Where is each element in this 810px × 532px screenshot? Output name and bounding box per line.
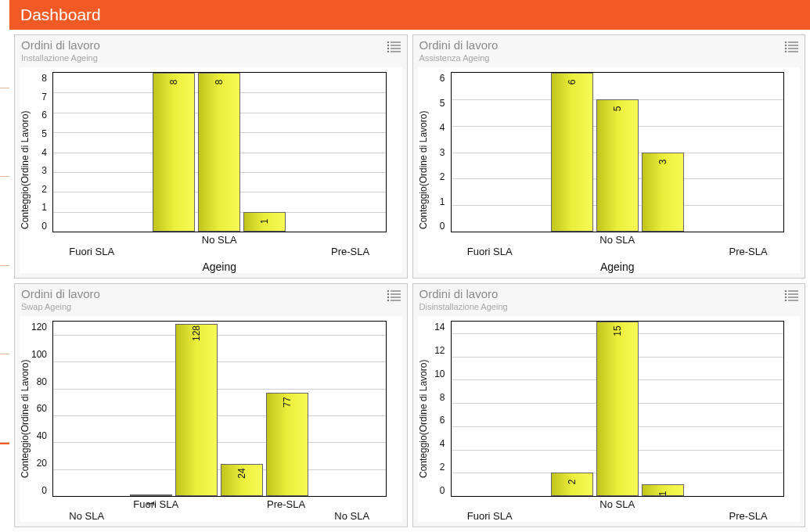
x-axis: Fuori SLAPre-SLANo SLANo SLA xyxy=(52,497,387,522)
x-tick: Pre-SLA xyxy=(331,246,369,257)
y-tick: 1 xyxy=(41,202,47,213)
bar[interactable]: 77 xyxy=(266,393,308,496)
bar[interactable]: 1 xyxy=(130,494,172,496)
header: Dashboard xyxy=(9,0,810,30)
y-tick: 7 xyxy=(41,92,47,102)
bar[interactable]: 1 xyxy=(243,212,286,232)
bar[interactable]: 3 xyxy=(642,153,684,232)
x-tick: Fuori SLA xyxy=(467,246,513,257)
bar-value: 1 xyxy=(657,491,668,497)
x-row: Fuori SLAPre-SLA xyxy=(467,246,768,257)
bar-value: 1 xyxy=(146,501,157,506)
y-tick: 10 xyxy=(434,368,445,379)
y-tick: 0 xyxy=(41,221,47,232)
svg-point-18 xyxy=(387,293,388,295)
svg-point-10 xyxy=(785,45,787,46)
svg-point-6 xyxy=(387,51,388,52)
bar[interactable]: 128 xyxy=(175,324,218,496)
bar[interactable]: 24 xyxy=(221,464,263,496)
card-title: Ordini di lavoro xyxy=(419,287,785,300)
x-tick: Pre-SLA xyxy=(267,498,305,510)
x-tick: No SLA xyxy=(500,234,734,246)
y-tick: 80 xyxy=(31,376,47,387)
chart-wrap: Conteggio(Ordine di Lavoro)876543210881N… xyxy=(20,67,402,273)
plot-area: 141210864202151 xyxy=(451,321,785,497)
y-ticks: 120100806040200 xyxy=(31,322,47,496)
y-tick: 6 xyxy=(41,110,47,120)
x-tick: No SLA xyxy=(103,234,337,246)
x-tick: No SLA xyxy=(334,510,369,522)
x-tick: No SLA xyxy=(69,510,104,522)
y-tick: 120 xyxy=(31,322,47,332)
svg-point-14 xyxy=(785,51,787,52)
bar[interactable]: 8 xyxy=(153,73,195,232)
x-axis-label: Ageing xyxy=(202,261,236,273)
bar[interactable]: 6 xyxy=(551,73,593,232)
plot-area: 6543210653 xyxy=(451,72,785,232)
svg-point-22 xyxy=(387,300,388,301)
y-tick: 14 xyxy=(434,322,445,332)
y-tick: 1 xyxy=(440,196,445,207)
bar-value: 8 xyxy=(214,80,225,85)
x-row: Fuori SLAPre-SLA xyxy=(69,246,369,257)
x-row: No SLA xyxy=(500,234,734,246)
bar[interactable]: 2 xyxy=(551,473,593,496)
bar[interactable]: 1 xyxy=(642,484,684,496)
y-axis-label: Conteggio(Ordine di Lavoro) xyxy=(418,316,429,522)
card-title: Ordini di lavoro xyxy=(419,38,785,52)
y-tick: 0 xyxy=(440,221,445,232)
y-tick: 0 xyxy=(434,485,445,496)
y-tick: 4 xyxy=(440,122,445,133)
bar-value: 77 xyxy=(282,397,293,407)
chart-wrap: Conteggio(Ordine di Lavoro)6543210653No … xyxy=(418,67,801,273)
bar-value: 1 xyxy=(259,218,270,224)
x-tick: Fuori SLA xyxy=(467,510,513,522)
bars: 881 xyxy=(103,73,336,232)
bar[interactable]: 5 xyxy=(596,99,639,232)
svg-point-12 xyxy=(785,48,787,49)
chart-grid: Ordini di lavoroInstallazione AgeingCont… xyxy=(9,30,810,532)
card-subtitle: Disinstallazione Ageing xyxy=(419,302,785,311)
card-header: Ordini di lavoroSwap Ageing xyxy=(15,284,407,311)
chart-card: Ordini di lavoroAssistenza AgeingContegg… xyxy=(412,34,806,279)
y-axis-label: Conteggio(Ordine di Lavoro) xyxy=(418,67,429,273)
card-subtitle: Installazione Ageing xyxy=(21,53,387,63)
svg-point-2 xyxy=(387,45,388,46)
x-row: Fuori SLAPre-SLA xyxy=(467,510,768,522)
svg-point-24 xyxy=(785,290,787,292)
chart-wrap: Conteggio(Ordine di Lavoro)1412108642021… xyxy=(418,316,801,522)
bar-value: 128 xyxy=(191,325,202,341)
bars: 11282477 xyxy=(103,322,336,496)
bars: 2151 xyxy=(501,322,733,496)
chart-card: Ordini di lavoroDisinstallazione AgeingC… xyxy=(412,283,806,527)
card-header: Ordini di lavoroDisinstallazione Ageing xyxy=(413,284,805,311)
y-tick: 2 xyxy=(440,171,445,182)
plot-area: 12010080604020011282477 xyxy=(52,321,387,497)
y-tick: 2 xyxy=(41,184,47,195)
y-tick: 60 xyxy=(31,403,47,414)
list-icon[interactable] xyxy=(784,41,798,52)
bar[interactable]: 15 xyxy=(596,322,639,496)
y-tick: 4 xyxy=(434,438,445,449)
chart-card: Ordini di lavoroInstallazione AgeingCont… xyxy=(14,34,408,279)
bar-value: 15 xyxy=(612,325,623,336)
y-axis-label: Conteggio(Ordine di Lavoro) xyxy=(20,316,31,522)
list-icon[interactable] xyxy=(387,41,401,52)
y-ticks: 14121086420 xyxy=(434,322,445,496)
y-tick: 3 xyxy=(41,165,47,176)
list-icon[interactable] xyxy=(387,290,401,301)
y-tick: 5 xyxy=(41,128,47,139)
y-ticks: 876543210 xyxy=(41,73,47,232)
list-icon[interactable] xyxy=(784,290,798,301)
y-tick: 2 xyxy=(434,462,445,473)
card-subtitle: Swap Ageing xyxy=(21,302,387,311)
y-tick: 8 xyxy=(41,73,47,84)
x-row: No SLANo SLA xyxy=(69,510,369,522)
chart-card: Ordini di lavoroSwap AgeingConteggio(Ord… xyxy=(14,283,408,527)
page-title: Dashboard xyxy=(20,5,101,24)
svg-point-0 xyxy=(387,41,388,43)
card-header: Ordini di lavoroInstallazione Ageing xyxy=(15,35,407,63)
bar[interactable]: 8 xyxy=(198,73,240,232)
y-axis-label: Conteggio(Ordine di Lavoro) xyxy=(20,67,31,273)
y-tick: 3 xyxy=(440,147,445,158)
